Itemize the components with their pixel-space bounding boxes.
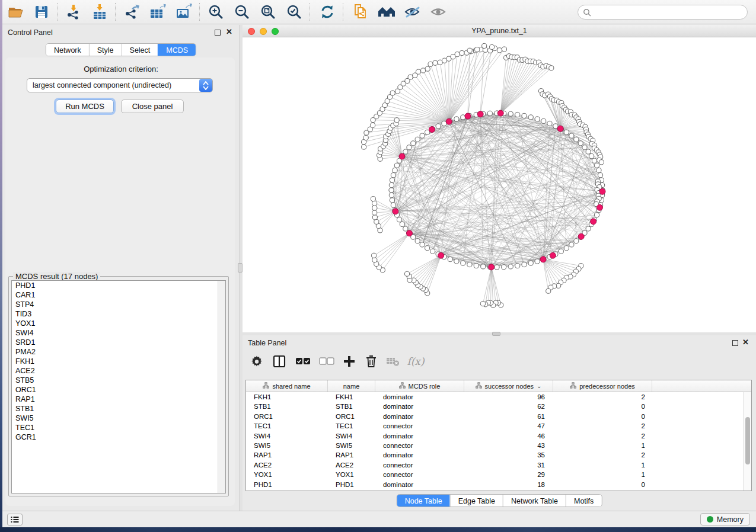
delete-column-trash-icon[interactable]	[363, 353, 379, 370]
table-cell[interactable]: 29	[464, 470, 553, 479]
sort-chevron-icon[interactable]: ⌄	[537, 383, 541, 389]
tab-motifs[interactable]: Motifs	[566, 495, 601, 507]
close-panel-icon[interactable]: ✕	[742, 338, 749, 347]
float-window-icon[interactable]	[215, 30, 221, 36]
table-cell[interactable]: 61	[464, 412, 553, 421]
mcds-result-item[interactable]: SRD1	[12, 338, 225, 347]
table-cell[interactable]: PHD1	[328, 480, 375, 489]
table-cell[interactable]: dominator	[375, 402, 464, 411]
criterion-dropdown[interactable]: largest connected component (undirected)	[27, 78, 213, 92]
import-table-icon[interactable]	[89, 2, 110, 22]
tab-network[interactable]: Network	[46, 44, 89, 56]
tab-mcds[interactable]: MCDS	[158, 44, 196, 56]
table-cell[interactable]: RAP1	[328, 450, 375, 460]
mcds-result-item[interactable]: ACE2	[12, 366, 225, 376]
mcds-result-item[interactable]: SWI5	[12, 414, 225, 423]
table-cell[interactable]: connector	[375, 421, 464, 431]
table-cell[interactable]: 2	[553, 421, 652, 431]
column-header-successor-nodes[interactable]: successor nodes⌄	[464, 380, 553, 392]
table-cell[interactable]: 1	[553, 470, 652, 479]
show-all-icon[interactable]	[428, 2, 449, 22]
table-cell[interactable]: TEC1	[246, 421, 328, 431]
run-mcds-button[interactable]: Run MCDS	[56, 100, 114, 113]
task-history-button[interactable]	[7, 514, 23, 525]
column-header-shared-name[interactable]: shared name	[246, 380, 328, 392]
close-panel-button[interactable]: Close panel	[121, 100, 184, 113]
save-session-icon[interactable]	[31, 2, 52, 22]
table-cell[interactable]: dominator	[375, 431, 464, 441]
refresh-icon[interactable]	[317, 2, 338, 22]
duplicate-network-icon[interactable]	[350, 2, 371, 22]
mcds-result-list[interactable]: PHD1CAR1STP4TID3YOX1SWI4SRD1PMA2FKH1ACE2…	[11, 280, 226, 493]
table-scrollbar-thumb[interactable]	[745, 417, 750, 464]
table-cell[interactable]: ACE2	[328, 460, 375, 470]
mcds-result-item[interactable]: PHD1	[12, 281, 225, 290]
table-cell[interactable]: ORC1	[328, 412, 375, 421]
mcds-result-item[interactable]: TID3	[12, 309, 225, 319]
mcds-result-item[interactable]: ORC1	[12, 385, 225, 395]
table-cell[interactable]: SWI5	[246, 441, 328, 450]
search-field[interactable]	[578, 5, 748, 20]
table-cell[interactable]: connector	[375, 470, 464, 479]
table-cell[interactable]: ACE2	[246, 460, 328, 470]
list-scrollbar[interactable]	[218, 281, 225, 493]
table-cell[interactable]: 46	[464, 431, 553, 441]
table-scrollbar[interactable]	[744, 392, 751, 491]
zoom-fit-icon[interactable]	[257, 2, 279, 22]
mcds-result-item[interactable]: PMA2	[12, 347, 225, 357]
zoom-in-icon[interactable]	[205, 2, 227, 22]
table-cell[interactable]: 47	[464, 421, 553, 431]
function-builder-icon[interactable]: f(x)	[407, 353, 424, 370]
table-cell[interactable]: dominator	[375, 450, 464, 460]
export-image-icon[interactable]	[173, 2, 194, 22]
table-cell[interactable]: 96	[464, 392, 553, 402]
table-cell[interactable]: connector	[375, 460, 464, 470]
search-input[interactable]	[594, 8, 747, 17]
table-row[interactable]: SWI4SWI4dominator462	[246, 431, 751, 441]
table-cell[interactable]: 0	[553, 402, 652, 411]
table-cell[interactable]: 31	[464, 460, 553, 470]
zoom-selected-icon[interactable]	[283, 2, 305, 22]
table-row[interactable]: TEC1TEC1connector472	[246, 421, 751, 431]
table-cell[interactable]: 0	[553, 480, 652, 489]
column-header-predecessor-nodes[interactable]: predecessor nodes	[553, 380, 652, 392]
tab-edge-table[interactable]: Edge Table	[450, 495, 503, 507]
table-cell[interactable]: dominator	[375, 392, 464, 402]
table-row[interactable]: FKH1FKH1dominator962	[246, 392, 751, 402]
column-header-MCDS-role[interactable]: MCDS role	[375, 380, 464, 392]
table-cell[interactable]: RAP1	[246, 450, 328, 460]
table-cell[interactable]: 1	[553, 460, 652, 470]
table-row[interactable]: PHD1PHD1dominator180	[246, 480, 751, 489]
table-row[interactable]: SWI5SWI5connector431	[246, 441, 751, 450]
tab-network-table[interactable]: Network Table	[503, 495, 566, 507]
network-canvas[interactable]	[243, 37, 756, 332]
deselect-all-rows-icon[interactable]	[318, 353, 335, 370]
table-cell[interactable]: FKH1	[328, 392, 375, 402]
mcds-result-item[interactable]: YOX1	[12, 319, 225, 328]
memory-button[interactable]: Memory	[700, 513, 750, 525]
table-cell[interactable]: SWI4	[246, 431, 328, 441]
mcds-result-item[interactable]: TEC1	[12, 423, 225, 432]
table-cell[interactable]: dominator	[375, 412, 464, 421]
table-cell[interactable]: 62	[464, 402, 553, 411]
table-cell[interactable]: TEC1	[328, 421, 375, 431]
export-network-icon[interactable]	[121, 2, 142, 22]
mcds-result-item[interactable]: SWI4	[12, 328, 225, 338]
table-cell[interactable]: SWI4	[328, 431, 375, 441]
table-cell[interactable]: 35	[464, 450, 553, 460]
table-cell[interactable]: 43	[464, 441, 553, 450]
table-cell[interactable]: connector	[375, 441, 464, 450]
column-header-name[interactable]: name	[328, 380, 375, 392]
mcds-result-item[interactable]: STB1	[12, 404, 225, 414]
float-window-icon[interactable]	[732, 340, 738, 346]
table-row[interactable]: YOX1YOX1connector291	[246, 470, 751, 479]
table-cell[interactable]: PHD1	[246, 480, 328, 489]
tab-select[interactable]: Select	[122, 44, 158, 56]
table-row[interactable]: ACE2ACE2connector311	[246, 460, 751, 470]
table-cell[interactable]: 2	[553, 392, 652, 402]
create-column-plus-icon[interactable]	[341, 353, 358, 370]
mcds-result-item[interactable]: FKH1	[12, 357, 225, 366]
table-cell[interactable]: YOX1	[246, 470, 328, 479]
delete-table-icon[interactable]	[385, 353, 401, 370]
table-cell[interactable]: 0	[553, 412, 652, 421]
